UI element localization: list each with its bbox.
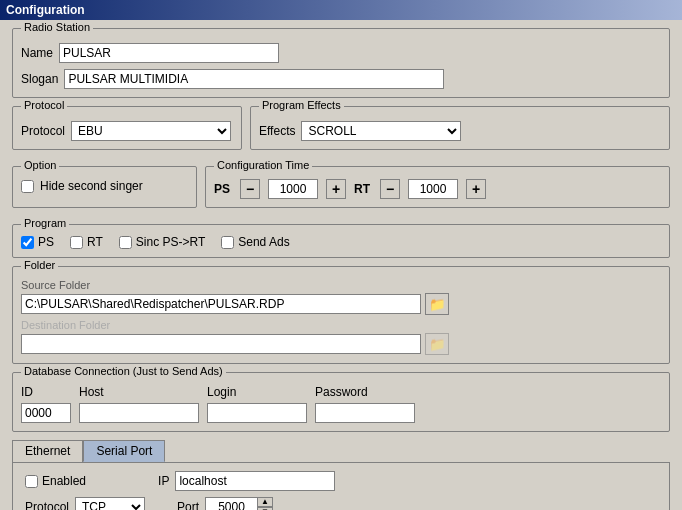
slogan-label: Slogan [21, 72, 58, 86]
program-rt-item: RT [70, 235, 103, 249]
db-login-header: Login [207, 385, 307, 399]
db-connection-label: Database Connection (Just to Send Ads) [21, 365, 226, 377]
program-sendads-item: Send Ads [221, 235, 289, 249]
enabled-checkbox[interactable] [25, 475, 38, 488]
source-folder-label: Source Folder [21, 279, 661, 291]
program-sinc-checkbox[interactable] [119, 236, 132, 249]
db-id-input[interactable] [21, 403, 71, 423]
db-pass-header: Password [315, 385, 415, 399]
tab-content: Enabled IP Protocol TCP UDP Port ▲ [12, 462, 670, 510]
title-bar: Configuration [0, 0, 682, 20]
tab-ethernet[interactable]: Ethernet [12, 440, 83, 462]
rt-value-input[interactable] [408, 179, 458, 199]
name-label: Name [21, 46, 53, 60]
radio-station-label: Radio Station [21, 21, 93, 33]
program-effects-group: Program Effects Effects SCROLL NONE [250, 106, 670, 150]
port-up-button[interactable]: ▲ [257, 497, 273, 507]
protocol-group: Protocol Protocol EBU RDS RBDS [12, 106, 242, 150]
effects-label: Effects [259, 124, 295, 138]
db-password-input[interactable] [315, 403, 415, 423]
option-group-label: Option [21, 159, 59, 171]
tabs-row: Ethernet Serial Port [12, 440, 670, 462]
db-connection-group: Database Connection (Just to Send Ads) I… [12, 372, 670, 432]
dest-folder-button[interactable]: 📁 [425, 333, 449, 355]
program-rt-label: RT [87, 235, 103, 249]
ps-value-input[interactable] [268, 179, 318, 199]
ps-increment-button[interactable]: + [326, 179, 346, 199]
name-input[interactable] [59, 43, 279, 63]
hide-second-singer-checkbox[interactable] [21, 180, 34, 193]
effects-select[interactable]: SCROLL NONE [301, 121, 461, 141]
hide-second-singer-label: Hide second singer [40, 179, 143, 193]
folder-disabled-icon: 📁 [429, 337, 446, 352]
tab-serial-port[interactable]: Serial Port [83, 440, 165, 462]
program-group: Program PS RT Sinc PS->RT Send Ads [12, 224, 670, 258]
protocol-select[interactable]: EBU RDS RBDS [71, 121, 231, 141]
source-folder-input[interactable] [21, 294, 421, 314]
program-sinc-item: Sinc PS->RT [119, 235, 205, 249]
source-folder-button[interactable]: 📁 [425, 293, 449, 315]
title-label: Configuration [6, 3, 85, 17]
db-id-header: ID [21, 385, 71, 399]
ps-label: PS [214, 182, 230, 196]
program-group-label: Program [21, 217, 69, 229]
folder-group-label: Folder [21, 259, 58, 271]
program-sendads-checkbox[interactable] [221, 236, 234, 249]
db-login-input[interactable] [207, 403, 307, 423]
slogan-input[interactable] [64, 69, 444, 89]
protocol-label: Protocol [21, 124, 65, 138]
port-spinners: ▲ ▼ [257, 497, 273, 510]
protocol-tab-label: Protocol [25, 500, 69, 510]
dest-folder-input[interactable] [21, 334, 421, 354]
dest-folder-label: Destination Folder [21, 319, 661, 331]
ps-decrement-button[interactable]: − [240, 179, 260, 199]
rt-increment-button[interactable]: + [466, 179, 486, 199]
config-time-group: Configuration Time PS − + RT − + [205, 166, 670, 208]
program-ps-label: PS [38, 235, 54, 249]
enabled-label: Enabled [42, 474, 86, 488]
port-spinner: ▲ ▼ [205, 497, 273, 510]
program-effects-label: Program Effects [259, 99, 344, 111]
option-group: Option Hide second singer [12, 166, 197, 208]
port-input[interactable] [205, 497, 257, 510]
protocol-tcp-select[interactable]: TCP UDP [75, 497, 145, 510]
program-sinc-label: Sinc PS->RT [136, 235, 205, 249]
rt-label: RT [354, 182, 370, 196]
program-rt-checkbox[interactable] [70, 236, 83, 249]
folder-group: Folder Source Folder 📁 Destination Folde… [12, 266, 670, 364]
db-host-header: Host [79, 385, 199, 399]
folder-icon: 📁 [429, 297, 446, 312]
protocol-group-label: Protocol [21, 99, 67, 111]
port-label: Port [177, 500, 199, 510]
program-sendads-label: Send Ads [238, 235, 289, 249]
enabled-item: Enabled [25, 474, 86, 488]
ip-input[interactable] [175, 471, 335, 491]
program-ps-checkbox[interactable] [21, 236, 34, 249]
ip-label: IP [158, 474, 169, 488]
program-ps-item: PS [21, 235, 54, 249]
rt-decrement-button[interactable]: − [380, 179, 400, 199]
config-time-label: Configuration Time [214, 159, 312, 171]
db-host-input[interactable] [79, 403, 199, 423]
radio-station-group: Radio Station Name Slogan [12, 28, 670, 98]
